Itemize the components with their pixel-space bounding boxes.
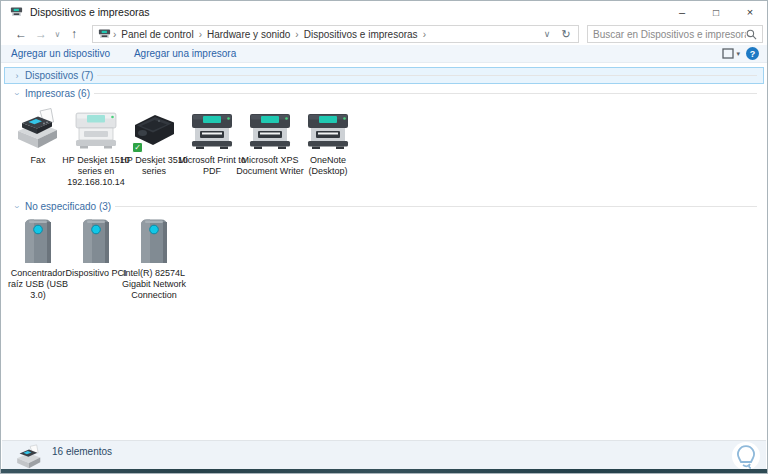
breadcrumb-item[interactable]: Hardware y sonido bbox=[204, 29, 293, 40]
view-caret-icon: ▾ bbox=[736, 50, 740, 58]
section-header-no-especificado[interactable]: ›No especificado (3) bbox=[4, 198, 764, 215]
section-divider bbox=[94, 93, 757, 94]
toolbar-right: ▾ ? bbox=[722, 47, 759, 60]
status-bar: 16 elementos bbox=[2, 440, 766, 469]
device-tower-icon bbox=[21, 218, 55, 264]
device-tower-icon bbox=[79, 218, 113, 264]
search-box bbox=[587, 25, 763, 43]
taskbar-edge bbox=[1, 469, 767, 473]
window-controls: – □ × bbox=[665, 1, 767, 23]
content-sections: ›Dispositivos (7)›Impresoras (6)FaxHP De… bbox=[2, 64, 766, 439]
device-tile[interactable]: HP Deskjet 1510 series en 192.168.10.14 bbox=[67, 105, 125, 187]
device-tile[interactable]: Dispositivo PCI bbox=[67, 218, 125, 300]
command-toolbar: Agregar un dispositivo Agregar una impre… bbox=[1, 45, 767, 63]
minimize-button[interactable]: – bbox=[665, 1, 699, 23]
device-label: OneNote (Desktop) bbox=[292, 155, 364, 177]
items-count-label: 16 elementos bbox=[52, 444, 112, 457]
lightbulb-watermark-icon bbox=[732, 442, 760, 470]
tile-grid-impresoras: FaxHP Deskjet 1510 series en 192.168.10.… bbox=[2, 103, 766, 197]
device-tile[interactable]: Microsoft Print to PDF bbox=[183, 105, 241, 187]
device-tile[interactable]: Microsoft XPS Document Writer bbox=[241, 105, 299, 187]
breadcrumb-item[interactable]: Dispositivos e impresoras bbox=[301, 29, 421, 40]
maximize-button[interactable]: □ bbox=[699, 1, 733, 23]
breadcrumb-separator-icon: › bbox=[293, 29, 300, 40]
add-device-button[interactable]: Agregar un dispositivo bbox=[11, 48, 110, 59]
breadcrumb: ›Panel de control›Hardware y sonido›Disp… bbox=[111, 29, 538, 40]
history-chevron-icon[interactable]: ∨ bbox=[51, 25, 64, 43]
forward-icon[interactable]: → bbox=[31, 25, 51, 43]
close-button[interactable]: × bbox=[733, 1, 767, 23]
devices-printers-icon bbox=[10, 6, 24, 19]
address-location-icon bbox=[98, 28, 111, 40]
device-label: Intel(R) 82574L Gigabit Network Connecti… bbox=[118, 268, 190, 300]
default-printer-badge-icon: ✓ bbox=[132, 142, 143, 153]
printer-dark-icon bbox=[247, 105, 293, 151]
section-divider bbox=[97, 75, 757, 76]
refresh-icon[interactable]: ↻ bbox=[556, 28, 576, 41]
search-input[interactable] bbox=[593, 29, 746, 40]
add-printer-button[interactable]: Agregar una impresora bbox=[134, 48, 236, 59]
breadcrumb-separator-icon[interactable]: › bbox=[421, 29, 428, 40]
section-label: Impresoras (6) bbox=[23, 88, 94, 99]
chevron-down-icon: › bbox=[12, 201, 22, 213]
change-view-button[interactable]: ▾ bbox=[722, 48, 740, 59]
device-tile[interactable]: OneNote (Desktop) bbox=[299, 105, 357, 187]
help-icon[interactable]: ? bbox=[746, 47, 759, 60]
device-tower-icon bbox=[137, 218, 171, 264]
section-divider bbox=[115, 206, 757, 207]
device-tile[interactable]: Fax bbox=[9, 105, 67, 187]
printer-dark-icon bbox=[189, 105, 235, 151]
view-layout-icon bbox=[722, 48, 734, 59]
tile-grid-no-especificado: Concentrador raíz USB (USB 3.0)Dispositi… bbox=[2, 216, 766, 310]
breadcrumb-separator-icon: › bbox=[111, 29, 118, 40]
title-bar: Dispositivos e impresoras – □ × bbox=[1, 1, 767, 23]
selection-preview-printer-icon bbox=[14, 444, 44, 468]
back-icon[interactable]: ← bbox=[11, 25, 31, 43]
printer-light-icon bbox=[73, 105, 119, 151]
fax-icon bbox=[13, 105, 63, 151]
printer-black-icon: ✓ bbox=[129, 105, 179, 151]
printer-dark-icon bbox=[305, 105, 351, 151]
chevron-right-icon: › bbox=[11, 71, 23, 81]
device-tile[interactable]: Intel(R) 82574L Gigabit Network Connecti… bbox=[125, 218, 183, 300]
section-label: Dispositivos (7) bbox=[23, 70, 97, 81]
navigation-bar: ← → ∨ ↑ ›Panel de control›Hardware y son… bbox=[1, 23, 767, 45]
address-dropdown-icon[interactable]: ∨ bbox=[538, 29, 556, 39]
explorer-window: Dispositivos e impresoras – □ × ← → ∨ ↑ … bbox=[0, 0, 768, 474]
search-icon[interactable] bbox=[746, 29, 757, 40]
section-header-dispositivos[interactable]: ›Dispositivos (7) bbox=[4, 67, 764, 84]
section-label: No especificado (3) bbox=[23, 201, 115, 212]
device-tile[interactable]: Concentrador raíz USB (USB 3.0) bbox=[9, 218, 67, 300]
window-title: Dispositivos e impresoras bbox=[30, 6, 665, 18]
section-header-impresoras[interactable]: ›Impresoras (6) bbox=[4, 85, 764, 102]
breadcrumb-item[interactable]: Panel de control bbox=[118, 29, 196, 40]
up-icon[interactable]: ↑ bbox=[64, 25, 84, 43]
device-tile[interactable]: ✓HP Deskjet 3510 series bbox=[125, 105, 183, 187]
chevron-down-icon: › bbox=[12, 88, 22, 100]
breadcrumb-separator-icon: › bbox=[197, 29, 204, 40]
address-bar[interactable]: ›Panel de control›Hardware y sonido›Disp… bbox=[92, 25, 579, 43]
